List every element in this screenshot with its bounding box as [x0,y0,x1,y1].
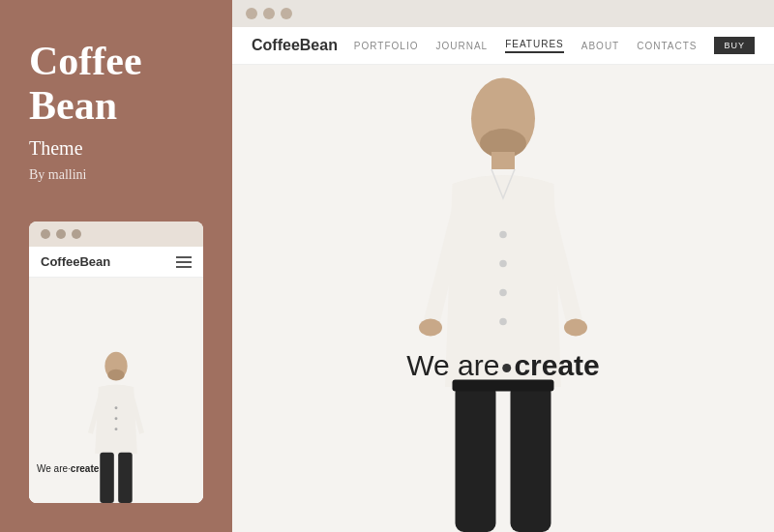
svg-point-11 [564,319,587,337]
theme-author: By mallini [29,167,203,183]
desktop-nav: CoffeeBean PORTFOLIO JOURNAL FEATURES AB… [232,27,774,65]
mobile-preview-card: CoffeeBean [29,222,203,503]
mobile-content: CoffeeBean [29,247,203,503]
sidebar: Coffee Bean Theme By mallini CoffeeBean [0,0,232,532]
desktop-logo-bold: Bean [300,37,338,53]
desktop-tagline: We arecreate [406,349,600,382]
svg-point-6 [115,428,118,430]
mobile-nav: CoffeeBean [29,247,203,278]
svg-point-4 [115,406,118,409]
svg-point-5 [115,417,118,420]
desktop-menu: PORTFOLIO JOURNAL FEATURES ABOUT CONTACT… [354,37,755,54]
svg-rect-9 [491,152,515,169]
svg-rect-13 [511,384,551,532]
svg-rect-12 [456,384,496,532]
mobile-logo-light: Coffee [41,254,79,269]
theme-title: Coffee Bean [29,39,203,128]
desktop-dot-1 [246,8,257,19]
mobile-tagline-bold: create [71,463,99,474]
menu-item-about[interactable]: ABOUT [581,41,619,51]
menu-item-portfolio[interactable]: PORTFOLIO [354,41,419,51]
menu-item-contacts[interactable]: CONTACTS [637,41,697,51]
mobile-dot-2 [56,229,66,239]
mobile-logo-bold: Bean [79,254,110,269]
svg-point-16 [499,260,507,268]
svg-point-1 [107,369,124,381]
mobile-titlebar [29,222,203,247]
mobile-dot-3 [72,229,81,239]
desktop-person-figure [387,68,619,532]
desktop-titlebar [232,0,774,27]
title-line1: Coffee [29,39,142,83]
svg-point-10 [419,319,442,337]
desktop-logo-light: Coffee [252,37,300,53]
desktop-tagline-normal: We are [406,349,499,381]
desktop-dot-3 [281,8,292,19]
dot-separator-icon [502,364,511,372]
menu-item-journal[interactable]: JOURNAL [435,41,488,51]
desktop-tagline-bold: create [514,349,599,381]
menu-item-features[interactable]: FEATURES [505,39,564,53]
mobile-body: We are·create [29,278,203,503]
svg-rect-2 [100,453,114,503]
svg-point-18 [499,318,507,326]
desktop-body: We arecreate [232,65,774,532]
theme-subtitle: Theme [29,137,203,160]
svg-point-15 [499,231,507,239]
main-preview: CoffeeBean PORTFOLIO JOURNAL FEATURES AB… [232,0,774,532]
desktop-dot-2 [263,8,275,19]
desktop-logo: CoffeeBean [252,37,338,54]
svg-point-17 [499,289,507,297]
mobile-tagline-normal: We are· [37,463,71,474]
desktop-browser: CoffeeBean PORTFOLIO JOURNAL FEATURES AB… [232,27,774,532]
mobile-logo: CoffeeBean [41,254,110,269]
mobile-hamburger-icon[interactable] [176,256,192,268]
menu-item-buy[interactable]: BUY [714,37,755,54]
svg-rect-3 [118,453,133,503]
title-line2: Bean [29,83,117,128]
mobile-tagline: We are·create [37,463,99,474]
mobile-person-figure [73,348,160,503]
mobile-dot-1 [41,229,50,239]
